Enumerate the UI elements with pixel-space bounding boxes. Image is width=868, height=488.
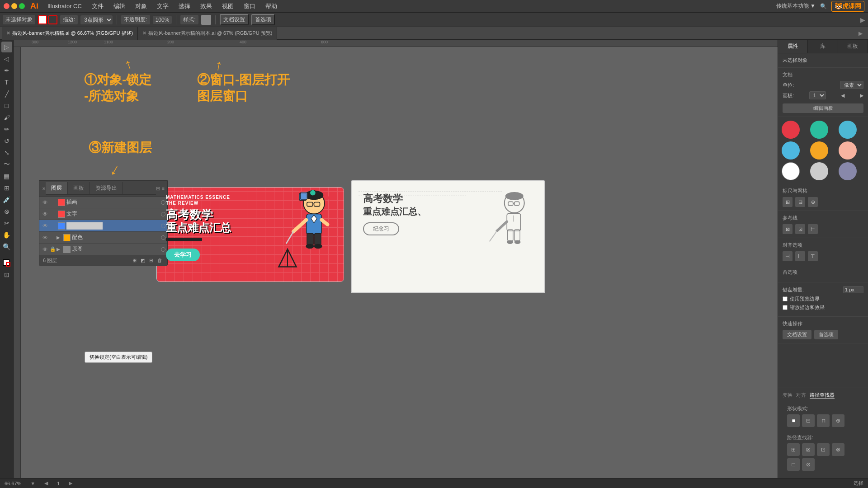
rotate-tool[interactable]: ↺ (1, 136, 12, 146)
tab-close-icon-0[interactable]: ✕ 描边风-banner演示精稿.ai @ 66.67% (RGB/GPU 描述… (2, 27, 138, 40)
menu-view[interactable]: 视图 (217, 1, 238, 11)
fill-color[interactable] (1, 258, 12, 268)
crop-icon[interactable]: ⊗ (832, 443, 844, 456)
artboard-nav-next[interactable]: ▶ (69, 480, 72, 486)
maximize-button[interactable] (19, 3, 25, 9)
layer-eye-original[interactable]: 👁 (41, 246, 49, 253)
gradient-tool[interactable]: ▦ (1, 171, 12, 182)
menu-text[interactable]: 文字 (152, 1, 173, 11)
outline-icon[interactable]: □ (787, 458, 800, 471)
layer-expand-color[interactable]: ▶ (57, 235, 62, 240)
menu-illustrator[interactable]: Illustrator CC (43, 2, 86, 10)
preferences-btn[interactable]: 首选项 (251, 14, 275, 25)
swatch-gray[interactable] (810, 162, 828, 180)
zoom-tool[interactable]: 🔍 (1, 241, 12, 252)
delete-layer-btn[interactable]: 🗑 (157, 258, 162, 263)
menu-object[interactable]: 对象 (131, 1, 151, 11)
style-swatch[interactable] (201, 15, 211, 25)
layer-row-text[interactable]: 👁 文字 (39, 208, 167, 220)
layer-row-color[interactable]: 👁 ▶ 配色 (39, 232, 167, 244)
new-layer-btn[interactable]: ⊞ (132, 258, 137, 263)
warp-tool[interactable]: 〜 (1, 159, 12, 170)
layers-collapse-icon[interactable]: ⊞ (156, 186, 160, 192)
quick-doc-settings-btn[interactable]: 文档设置 (783, 330, 811, 339)
tab-label-1[interactable]: 描边风-banner演示稿的副本.ai @ 67% (RGB/GPU 预览) (148, 30, 272, 37)
swatch-orange[interactable] (810, 141, 828, 160)
layer-eye-illustration[interactable]: 👁 (41, 199, 49, 206)
layer-row-illustration[interactable]: 👁 插画 (39, 197, 167, 208)
select-tool[interactable]: ▷ (1, 42, 12, 52)
scale-tool[interactable]: ⤡ (1, 147, 12, 158)
layers-tab-layers[interactable]: 图层 (46, 182, 68, 194)
eyedropper-tool[interactable]: 💉 (1, 194, 12, 205)
swatch-purple-gray[interactable] (839, 162, 857, 180)
right-unit-select[interactable]: 像素毫米厘米 (840, 81, 863, 89)
smart-guides-icon[interactable]: ⊕ (808, 197, 818, 207)
fill-swatch[interactable] (38, 15, 47, 24)
tab-1[interactable]: ✕ 描边风-banner演示稿的副本.ai @ 67% (RGB/GPU 预览) (138, 27, 277, 40)
bottom-tab-align[interactable]: 对齐 (796, 392, 806, 399)
screen-mode-icon[interactable]: ⊡ (1, 269, 12, 280)
menu-edit[interactable]: 编辑 (109, 1, 130, 11)
preview-bounds-checkbox[interactable] (783, 296, 788, 301)
menu-effect[interactable]: 效果 (196, 1, 217, 11)
layer-eye-text[interactable]: 👁 (41, 211, 49, 217)
layer-expand-original[interactable]: ▶ (57, 247, 62, 252)
right-artboard-next[interactable]: ▶ (860, 93, 863, 99)
minus-back-icon[interactable]: ⊘ (802, 458, 815, 471)
stroke-swatch[interactable] (48, 15, 57, 24)
artboard-nav-prev[interactable]: ◀ (44, 480, 48, 486)
merge-icon[interactable]: ⊡ (817, 443, 830, 456)
tab-close-1[interactable]: ✕ (142, 30, 146, 36)
line-tool[interactable]: ╱ (1, 89, 12, 99)
swatch-blue[interactable] (839, 121, 857, 139)
layer-row-editing[interactable]: 👁 (39, 220, 167, 232)
right-tab-properties[interactable]: 属性 (778, 40, 808, 53)
layers-close-btn[interactable]: ✕ (42, 186, 46, 191)
right-artboard-select[interactable]: 12 (809, 91, 826, 99)
scissors-tool[interactable]: ✂ (1, 218, 12, 229)
align-right-icon[interactable]: ⊤ (808, 251, 818, 261)
layer-eye-editing[interactable]: 👁 (41, 223, 49, 229)
right-artboard-prev[interactable]: ◀ (841, 93, 844, 99)
ruler-icon[interactable]: ⊞ (783, 197, 793, 207)
right-edit-artboard-btn[interactable]: 编辑画板 (783, 103, 863, 113)
exclude-icon[interactable]: ⊕ (832, 414, 844, 427)
align-center-icon[interactable]: ⊢ (795, 251, 805, 261)
layers-tab-export[interactable]: 资源导出 (90, 182, 123, 194)
bottom-tab-transform[interactable]: 变换 (783, 392, 793, 399)
search-icon[interactable]: 🔍 (820, 3, 827, 9)
menu-help[interactable]: 帮助 (261, 1, 282, 11)
guide-icon-3[interactable]: ⊢ (808, 224, 818, 234)
zoom-chevron[interactable]: ▼ (30, 481, 35, 486)
layer-compose-btn[interactable]: ◩ (141, 258, 145, 263)
type-tool[interactable]: T (1, 77, 12, 88)
blend-tool[interactable]: ⊗ (1, 206, 12, 217)
trim-icon[interactable]: ⊠ (802, 443, 815, 456)
minimize-button[interactable] (11, 3, 17, 9)
layer-row-original[interactable]: 👁 🔒 ▶ 原图 (39, 244, 167, 255)
layer-name-input[interactable] (66, 222, 103, 230)
rect-tool[interactable]: □ (1, 100, 12, 111)
swatch-teal[interactable] (810, 121, 828, 139)
swatch-white[interactable] (782, 162, 800, 180)
bottom-tab-pathfinder[interactable]: 路径查找器 (810, 392, 835, 399)
workspace-label[interactable]: 传统基本功能 ▼ (776, 2, 816, 10)
guide-icon-2[interactable]: ⊡ (795, 224, 805, 234)
menu-window[interactable]: 窗口 (239, 1, 260, 11)
swatch-peach[interactable] (839, 141, 857, 160)
pencil-tool[interactable]: ✏ (1, 124, 12, 135)
mesh-tool[interactable]: ⊞ (1, 183, 12, 193)
layer-eye-color[interactable]: 👁 (41, 235, 49, 241)
grid-icon[interactable]: ⊟ (795, 197, 805, 207)
scale-strokes-checkbox[interactable] (783, 305, 788, 310)
tab-label-0[interactable]: 描边风-banner演示精稿.ai @ 66.67% (RGB/GPU 描述) (12, 30, 133, 37)
minus-icon[interactable]: ⊟ (802, 414, 815, 427)
unite-icon[interactable]: ■ (787, 414, 800, 427)
keyboard-increment-input[interactable] (843, 286, 863, 293)
banner-learn-btn[interactable]: 去学习 (166, 249, 200, 261)
close-button[interactable] (4, 3, 9, 9)
right-tab-artboards[interactable]: 画板 (838, 40, 868, 53)
canvas-area[interactable]: 300 1200 1100 200 400 600 ①对象-锁定 -所选对象 ↑… (14, 40, 778, 478)
divide-icon[interactable]: ⊞ (787, 443, 800, 456)
